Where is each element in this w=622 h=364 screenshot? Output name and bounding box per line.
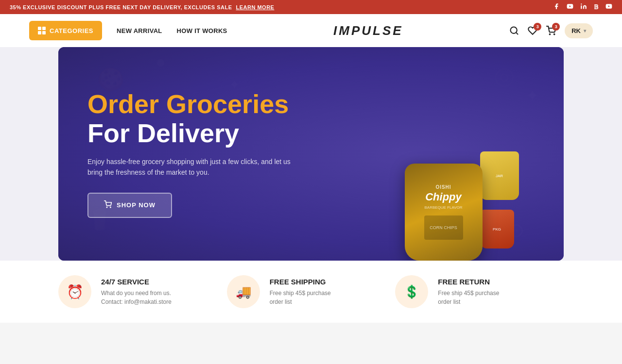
feature-free-shipping: 🚚 FREE SHIPPING Free ship 45$ purchase o… xyxy=(227,275,396,308)
categories-label: CATEGORIES xyxy=(50,27,93,34)
header: CATEGORIES NEW ARRIVAL HOW IT WORKS IMPU… xyxy=(0,14,622,47)
shipping-icon-wrap: 🚚 xyxy=(227,275,260,308)
feature-247-text: 24/7 SERVICE What do you need from us. C… xyxy=(101,278,172,306)
user-initials: RK xyxy=(571,27,581,34)
feature-247-service: ⏰ 24/7 SERVICE What do you need from us.… xyxy=(58,275,227,308)
product-jar-1: JAR xyxy=(480,151,519,200)
top-banner: 35% EXCLUSIVE DISCOUNT PLUS FREE NEXT DA… xyxy=(0,0,622,14)
product-brand: OISHI xyxy=(435,184,451,190)
site-logo: IMPULSE xyxy=(333,23,403,38)
feature-247-desc: What do you need from us. Contact: info@… xyxy=(101,289,172,306)
wishlist-badge: 3 xyxy=(534,23,541,31)
hero-title-line2: For Delivery xyxy=(87,119,292,148)
facebook-icon[interactable] xyxy=(553,3,560,11)
product-sub: BARBEQUE FLAVOR xyxy=(424,205,462,210)
product-name: Chippy xyxy=(425,191,462,203)
feature-247-title: 24/7 SERVICE xyxy=(101,278,172,286)
hero-content: Order Groceries For Delivery Enjoy hassl… xyxy=(58,66,321,242)
feature-return-desc: Free ship 45$ purchase order list xyxy=(438,289,499,306)
features-bar: ⏰ 24/7 SERVICE What do you need from us.… xyxy=(0,261,622,323)
svg-point-5 xyxy=(550,34,551,35)
search-button[interactable] xyxy=(509,26,519,35)
shop-now-button[interactable]: SHOP NOW xyxy=(87,193,172,218)
behance-icon[interactable]: 𝔹 xyxy=(594,3,599,11)
cart-button[interactable]: 3 xyxy=(546,26,556,35)
hero-product-display: OISHI Chippy BARBEQUE FLAVOR CORN CHIPS … xyxy=(360,47,564,261)
user-menu-button[interactable]: RK ▾ xyxy=(565,23,593,38)
how-it-works-link[interactable]: HOW IT WORKS xyxy=(177,27,227,34)
feature-shipping-desc: Free ship 45$ purchase order list xyxy=(270,289,331,306)
feature-return-title: FREE RETURN xyxy=(438,278,499,286)
svg-point-6 xyxy=(554,34,555,35)
header-left: CATEGORIES NEW ARRIVAL HOW IT WORKS xyxy=(29,21,227,40)
hero-banner: 🍪 ● ✦ 🥛 ◎ ✦ ⊙ Order Groceries For Delive… xyxy=(58,47,564,261)
social-icons-bar: 𝔹 xyxy=(553,3,613,11)
linkedin-icon[interactable] xyxy=(580,3,587,11)
truck-icon: 🚚 xyxy=(236,284,251,299)
learn-more-link[interactable]: LEARN MORE xyxy=(236,4,275,10)
feature-free-return: 💲 FREE RETURN Free ship 45$ purchase ord… xyxy=(395,275,564,308)
feature-return-text: FREE RETURN Free ship 45$ purchase order… xyxy=(438,278,499,306)
chevron-down-icon: ▾ xyxy=(584,28,586,33)
svg-line-4 xyxy=(516,33,518,34)
cart-badge: 3 xyxy=(552,23,560,31)
youtube2-icon[interactable] xyxy=(605,3,612,11)
categories-button[interactable]: CATEGORIES xyxy=(29,21,102,40)
hero-section: 🍪 ● ✦ 🥛 ◎ ✦ ⊙ Order Groceries For Delive… xyxy=(0,47,622,261)
product-jar-2: PKG xyxy=(480,210,514,248)
hero-title-line1: Order Groceries xyxy=(87,90,292,118)
hero-subtitle: Enjoy hassle-free grocery shopping with … xyxy=(87,156,292,178)
feature-shipping-title: FREE SHIPPING xyxy=(270,278,331,286)
service-icon-wrap: ⏰ xyxy=(58,275,91,308)
return-icon-wrap: 💲 xyxy=(395,275,428,308)
wishlist-button[interactable]: 3 xyxy=(528,26,537,35)
new-arrival-link[interactable]: NEW ARRIVAL xyxy=(117,27,162,34)
grid-icon xyxy=(38,27,46,34)
feature-shipping-text: FREE SHIPPING Free ship 45$ purchase ord… xyxy=(270,278,331,306)
svg-point-8 xyxy=(110,207,111,207)
promo-bar: 35% EXCLUSIVE DISCOUNT PLUS FREE NEXT DA… xyxy=(10,4,274,10)
clock-icon: ⏰ xyxy=(67,284,84,300)
shop-cart-icon xyxy=(104,200,112,210)
header-right: 3 3 RK ▾ xyxy=(509,23,593,38)
promo-text: 35% EXCLUSIVE DISCOUNT PLUS FREE NEXT DA… xyxy=(10,4,232,10)
dollar-icon: 💲 xyxy=(404,284,419,299)
product-image: OISHI Chippy BARBEQUE FLAVOR CORN CHIPS xyxy=(405,164,483,261)
svg-point-7 xyxy=(106,207,107,207)
shop-now-label: SHOP NOW xyxy=(117,201,156,209)
youtube-icon[interactable] xyxy=(567,3,573,11)
svg-point-1 xyxy=(581,3,582,4)
